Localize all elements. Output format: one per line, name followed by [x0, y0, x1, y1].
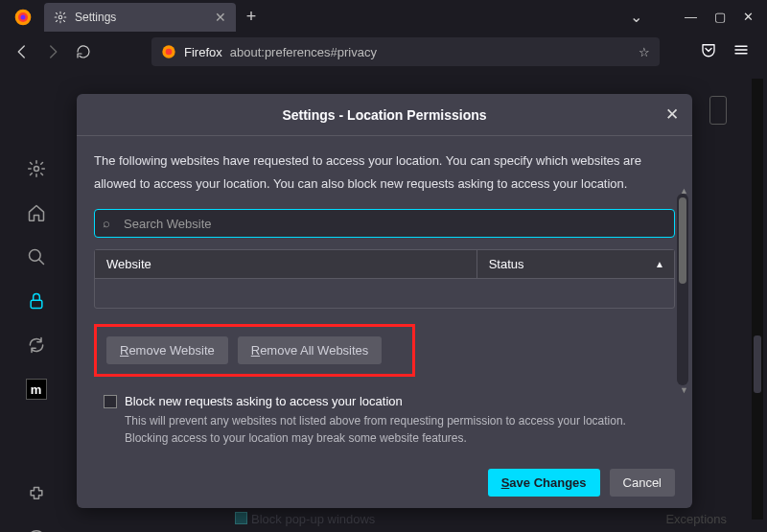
search-website-input[interactable] [94, 209, 675, 238]
dialog-scrollbar[interactable] [677, 194, 688, 385]
save-changes-button[interactable]: Save Changes [488, 469, 600, 497]
settings-nav-rail: m [0, 72, 72, 532]
bg-popup-label: Block pop-up windows [251, 512, 375, 526]
gear-icon[interactable] [26, 158, 47, 179]
close-dialog-button[interactable]: ✕ [665, 104, 679, 125]
tab-label: Settings [75, 11, 116, 24]
block-new-requests-label: Block new requests asking to access your… [125, 394, 403, 408]
close-tab-icon[interactable]: ✕ [215, 10, 226, 25]
tab-list-chevron-icon[interactable]: ⌄ [630, 8, 642, 26]
dialog-title: Settings - Location Permissions [282, 107, 486, 123]
search-icon: ⌕ [103, 216, 110, 230]
firefox-logo-icon [0, 8, 36, 27]
browser-tab[interactable]: Settings ✕ [44, 3, 236, 32]
bg-exceptions-label: Exceptions [665, 512, 727, 526]
identity-label: Firefox [184, 45, 222, 59]
remove-all-websites-button[interactable]: Remove All Websites [238, 336, 383, 364]
sort-arrow-icon: ▲ [655, 259, 664, 269]
help-icon[interactable] [26, 528, 47, 532]
firefox-icon [161, 44, 176, 59]
svg-point-3 [58, 15, 62, 19]
lock-icon[interactable] [26, 290, 47, 312]
bg-checkbox [235, 512, 247, 524]
permissions-table: Website Status ▲ [94, 249, 675, 309]
minimize-button[interactable]: — [685, 10, 697, 24]
block-new-requests-row: Block new requests asking to access your… [104, 394, 675, 408]
forward-button[interactable] [42, 43, 63, 60]
table-header: Website Status ▲ [95, 250, 674, 279]
gear-icon [54, 11, 67, 24]
page-scrollbar[interactable] [752, 79, 763, 520]
bookmark-star-icon[interactable]: ☆ [639, 45, 650, 59]
svg-point-2 [21, 14, 26, 19]
dialog-intro-text: The following websites have requested to… [94, 150, 675, 196]
svg-point-6 [34, 167, 38, 172]
cancel-button[interactable]: Cancel [610, 469, 675, 497]
scroll-down-icon[interactable]: ▼ [680, 385, 688, 395]
block-new-requests-checkbox[interactable] [104, 395, 117, 408]
svg-rect-8 [31, 300, 42, 308]
home-icon[interactable] [26, 202, 47, 223]
location-permissions-dialog: Settings - Location Permissions ✕ ▲ ▼ Th… [77, 94, 692, 508]
col-website[interactable]: Website [95, 250, 477, 278]
toolbar: Firefox about:preferences#privacy ☆ [0, 34, 767, 70]
new-tab-button[interactable]: + [236, 7, 267, 27]
back-button[interactable] [12, 43, 33, 60]
address-bar[interactable]: Firefox about:preferences#privacy ☆ [151, 37, 660, 66]
dialog-header: Settings - Location Permissions ✕ [77, 94, 692, 136]
remove-website-button[interactable]: Remove Website [106, 336, 228, 364]
window-titlebar: Settings ✕ + ⌄ — ▢ ✕ [0, 0, 767, 34]
maximize-button[interactable]: ▢ [714, 10, 726, 24]
highlight-box: Remove Website Remove All Websites [94, 324, 415, 377]
search-icon[interactable] [26, 246, 47, 267]
block-helper-text: This will prevent any websites not liste… [125, 412, 662, 447]
pocket-icon[interactable] [700, 41, 717, 62]
sync-icon[interactable] [26, 335, 47, 356]
url-text: about:preferences#privacy [230, 45, 377, 59]
dialog-footer: Save Changes Cancel [488, 469, 675, 497]
close-window-button[interactable]: ✕ [743, 10, 754, 24]
extensions-icon[interactable] [26, 484, 47, 505]
col-status[interactable]: Status ▲ [477, 257, 674, 271]
bg-obscured-button [709, 96, 727, 125]
svg-point-5 [166, 49, 173, 56]
more-from-mozilla-icon[interactable]: m [26, 379, 47, 400]
page-scrollbar-thumb[interactable] [754, 335, 761, 393]
search-website-field: ⌕ [94, 209, 675, 238]
reload-button[interactable] [73, 44, 94, 59]
app-menu-icon[interactable] [732, 41, 750, 62]
